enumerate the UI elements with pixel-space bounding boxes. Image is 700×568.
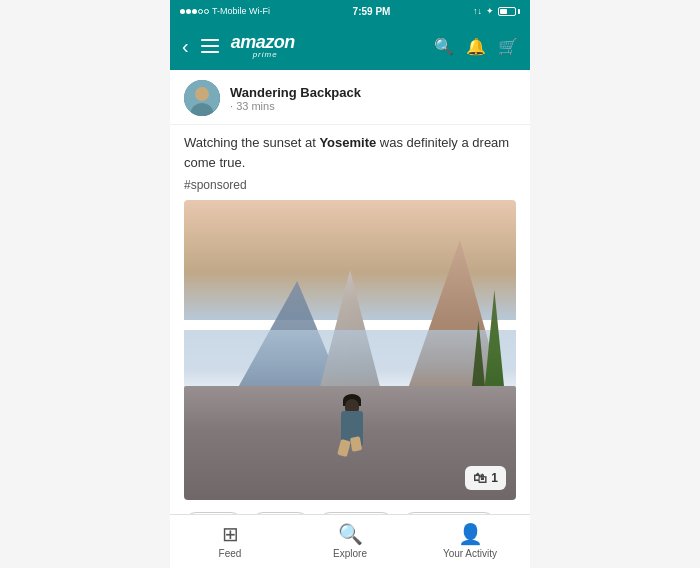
tags-container: Travel Hiking Outdoors Photography Style…: [170, 500, 530, 514]
post-time: · 33 mins: [230, 100, 361, 112]
arrows-icon: ↑↓: [473, 6, 482, 16]
hamburger-line-1: [201, 39, 219, 41]
status-time: 7:59 PM: [353, 6, 391, 17]
shopping-badge[interactable]: 🛍 1: [465, 466, 506, 490]
badge-count: 1: [491, 471, 498, 485]
signal-dot-1: [180, 9, 185, 14]
carrier-text: T-Mobile Wi-Fi: [212, 6, 270, 16]
activity-icon: 👤: [458, 522, 483, 546]
avatar: [184, 80, 220, 116]
post-header: Wandering Backpack · 33 mins: [170, 70, 530, 125]
back-button[interactable]: ‹: [182, 35, 189, 58]
battery-indicator: [498, 7, 520, 16]
search-icon[interactable]: 🔍: [434, 37, 454, 56]
bluetooth-icon: ✦: [486, 6, 494, 16]
post-image-container[interactable]: 🛍 1: [184, 200, 516, 500]
status-right: ↑↓ ✦: [473, 6, 520, 16]
nav-item-explore[interactable]: 🔍 Explore: [290, 522, 410, 559]
feed-icon: ⊞: [222, 522, 239, 546]
svg-point-1: [195, 87, 209, 101]
nav-item-feed[interactable]: ⊞ Feed: [170, 522, 290, 559]
explore-label: Explore: [333, 548, 367, 559]
hamburger-menu-button[interactable]: [201, 39, 219, 53]
status-bar: T-Mobile Wi-Fi 7:59 PM ↑↓ ✦: [170, 0, 530, 22]
hamburger-line-3: [201, 51, 219, 53]
notifications-icon[interactable]: 🔔: [466, 37, 486, 56]
post-username: Wandering Backpack: [230, 85, 361, 100]
signal-dot-2: [186, 9, 191, 14]
feed-label: Feed: [219, 548, 242, 559]
battery-tip: [518, 9, 520, 14]
hamburger-line-2: [201, 45, 219, 47]
post-body-start: Watching the sunset at: [184, 135, 319, 150]
nav-bar: ‹ amazon prime 🔍 🔔 🛒: [170, 22, 530, 70]
figure: [333, 391, 373, 446]
explore-icon: 🔍: [338, 522, 363, 546]
avatar-image: [184, 80, 220, 116]
battery-bar: [498, 7, 516, 16]
activity-label: Your Activity: [443, 548, 497, 559]
post-highlight: Yosemite: [319, 135, 376, 150]
mountain-scene: [184, 200, 516, 500]
post-sponsored: #sponsored: [170, 178, 530, 200]
prime-logo-text: prime: [253, 51, 278, 59]
amazon-logo: amazon prime: [231, 33, 424, 59]
avatar-svg: [184, 80, 220, 116]
signal-dot-5: [204, 9, 209, 14]
phone-frame: T-Mobile Wi-Fi 7:59 PM ↑↓ ✦ ‹ amazon pri…: [170, 0, 530, 568]
battery-fill: [500, 9, 507, 14]
signal-dots: [180, 9, 209, 14]
content-area: Wandering Backpack · 33 mins Watching th…: [170, 70, 530, 514]
cart-icon[interactable]: 🛒: [498, 37, 518, 56]
nav-item-activity[interactable]: 👤 Your Activity: [410, 522, 530, 559]
post-text: Watching the sunset at Yosemite was defi…: [170, 125, 530, 178]
shopping-bag-icon: 🛍: [473, 470, 487, 486]
signal-dot-3: [192, 9, 197, 14]
post-meta: Wandering Backpack · 33 mins: [230, 85, 361, 112]
bottom-nav: ⊞ Feed 🔍 Explore 👤 Your Activity: [170, 514, 530, 568]
amazon-logo-text: amazon: [231, 33, 295, 51]
signal-dot-4: [198, 9, 203, 14]
nav-icons: 🔍 🔔 🛒: [434, 37, 518, 56]
status-left: T-Mobile Wi-Fi: [180, 6, 270, 16]
